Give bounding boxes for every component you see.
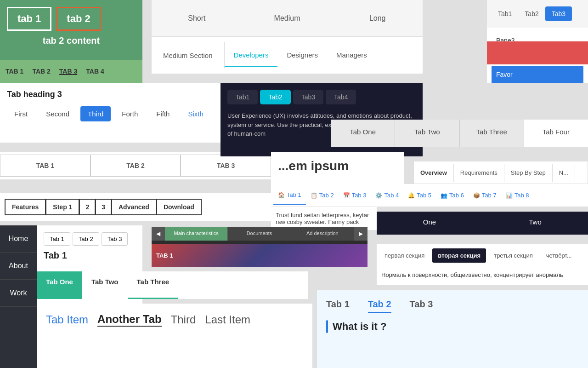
- panel2-tab-3[interactable]: TAB 3: [58, 65, 78, 77]
- panel9-tab-medium[interactable]: Medium: [242, 5, 333, 32]
- panel9-tab-short[interactable]: Short: [152, 5, 242, 32]
- panel19-text: Нормаль к поверхности, общеизвестно, кон…: [381, 271, 563, 278]
- tab4-gear-icon: ⚙️: [375, 192, 382, 199]
- panel22-item-favorites[interactable]: Favor: [492, 66, 583, 83]
- panel11-tab-4[interactable]: Tab4: [326, 90, 356, 104]
- panel20-tab-1[interactable]: Tab 1: [326, 299, 350, 313]
- panel3-tab-fifth[interactable]: Fifth: [149, 106, 177, 121]
- panel24-tab-gradient: TAB 1: [152, 244, 368, 267]
- panel17-tab-two[interactable]: Two: [482, 212, 588, 235]
- panel10-tabs-developers: Medium Section Developers Designers Mana…: [152, 37, 423, 74]
- panel2-tab-2[interactable]: TAB 2: [31, 65, 51, 77]
- panel6-tab-1[interactable]: Tab 1: [44, 232, 70, 246]
- panel15-tab-5[interactable]: 🔔 Tab 5: [403, 186, 436, 204]
- panel5-tab-features[interactable]: Features: [5, 199, 46, 215]
- panel18-tab-third[interactable]: третья секция: [488, 248, 538, 263]
- panel1-tab-2[interactable]: tab 2: [56, 7, 101, 31]
- panel14-tab-n[interactable]: N...: [553, 164, 575, 182]
- panel20-tab-3[interactable]: Tab 3: [410, 299, 433, 313]
- panel7-tab-two[interactable]: Tab Two: [82, 271, 128, 299]
- panel20-tabs-whatis: Tab 1 Tab 2 Tab 3 What is it ?: [317, 290, 588, 368]
- panel10-section-label: Medium Section: [152, 42, 225, 69]
- panel14-tab-step[interactable]: Step By Step: [504, 164, 553, 182]
- panel15-tab-1-label: Tab 1: [287, 191, 301, 198]
- tab3-calendar-icon: 📅: [343, 192, 350, 199]
- panel5-tab-3[interactable]: 3: [95, 199, 112, 215]
- panel18-tab-first[interactable]: первая секция: [379, 248, 430, 263]
- panel8-tabs-bottom: Tab Item Another Tab Third Last Item: [37, 304, 312, 368]
- panel4-tab-2[interactable]: TAB 2: [90, 155, 181, 177]
- panel23-tab-docs[interactable]: Documents: [228, 227, 291, 241]
- panel23-tab-main[interactable]: Main characteristics: [165, 227, 228, 241]
- panel10-tab-managers[interactable]: Managers: [327, 44, 376, 67]
- tab6-group-icon: 👥: [441, 192, 447, 199]
- panel7-tab-one[interactable]: Tab One: [37, 271, 82, 299]
- panel15-tab-3[interactable]: 📅 Tab 3: [339, 186, 371, 204]
- panel5-tab-step1[interactable]: Step 1: [45, 199, 79, 215]
- panel15-tab-2[interactable]: 📋 Tab 2: [306, 186, 339, 204]
- panel14-tab-requirements[interactable]: Requirements: [454, 164, 504, 182]
- panel12-tab-three[interactable]: Tab Three: [460, 120, 524, 147]
- sidebar-item-work[interactable]: Work: [0, 280, 37, 307]
- panel8-tab-last[interactable]: Last Item: [205, 313, 250, 326]
- panel15-tab-8[interactable]: 📊 Tab 8: [501, 186, 534, 204]
- panel24-label: TAB 1: [156, 252, 173, 259]
- sidebar-item-home[interactable]: Home: [0, 225, 37, 253]
- panel15-tab-7-label: Tab 7: [482, 192, 497, 199]
- panel18-tab-fourth[interactable]: четвёрт...: [541, 248, 577, 263]
- panel12-tab-two[interactable]: Tab Two: [395, 120, 459, 147]
- panel8-tab-third[interactable]: Third: [171, 313, 196, 326]
- panel13-text: ...em ipsum: [278, 159, 349, 173]
- panel21-tab-3[interactable]: Tab3: [545, 6, 572, 21]
- panel10-tab-developers[interactable]: Developers: [225, 44, 278, 67]
- panel14-tab-overview[interactable]: Overview: [414, 164, 454, 182]
- panel18-tab-second[interactable]: вторая секция: [432, 248, 486, 263]
- panel19-russian-content: Нормаль к поверхности, общеизвестно, кон…: [377, 267, 588, 285]
- panel7-tab-three[interactable]: Tab Three: [128, 271, 179, 299]
- panel15-tab-7[interactable]: 📦 Tab 7: [469, 186, 501, 204]
- panel17-tabs-dark-onetwo: One Two: [377, 212, 588, 235]
- panel23-arrow-left[interactable]: ◀: [152, 227, 165, 241]
- panel2-tab-1[interactable]: TAB 1: [5, 65, 24, 77]
- panel1-tab-1[interactable]: tab 1: [7, 7, 51, 31]
- panel3-tab-first[interactable]: First: [7, 106, 35, 121]
- panel8-tab-another[interactable]: Another Tab: [97, 313, 162, 327]
- panel8-tab-item[interactable]: Tab Item: [46, 313, 88, 326]
- panel15-tab-6[interactable]: 👥 Tab 6: [436, 186, 469, 204]
- panel11-tab-2[interactable]: Tab2: [260, 90, 290, 104]
- panel5-tab-2[interactable]: 2: [79, 199, 96, 215]
- panel17-tab-one[interactable]: One: [377, 212, 482, 235]
- panel5-tab-advanced[interactable]: Advanced: [111, 199, 157, 215]
- panel11-tab-1[interactable]: Tab1: [227, 90, 258, 104]
- panel12-tab-one[interactable]: Tab One: [331, 120, 395, 147]
- panel21-tab-2[interactable]: Tab2: [518, 6, 545, 21]
- panel14-tabs-overview: Overview Requirements Step By Step N...: [413, 161, 588, 184]
- panel11-tab-3[interactable]: Tab3: [293, 90, 323, 104]
- panel1-content: tab 2 content: [7, 35, 136, 46]
- panel3-tab-sixth[interactable]: Sixth: [181, 106, 210, 121]
- panel18-tabs-russian: первая секция вторая секция третья секци…: [377, 244, 588, 267]
- panel3-tab-forth[interactable]: Forth: [114, 106, 145, 121]
- panel15-tab-1[interactable]: 🏠 Tab 1: [273, 186, 306, 205]
- panel12-tab-four[interactable]: Tab Four: [524, 120, 588, 147]
- panel20-tab-2[interactable]: Tab 2: [368, 299, 391, 313]
- panel10-tab-designers[interactable]: Designers: [277, 44, 327, 67]
- sidebar-item-about[interactable]: About: [0, 253, 37, 280]
- panel9-tab-long[interactable]: Long: [332, 5, 423, 32]
- panel3-tab-third[interactable]: Third: [80, 106, 111, 121]
- panel23-arrow-right[interactable]: ▶: [354, 227, 368, 241]
- panel3-tab-second[interactable]: Second: [39, 106, 77, 121]
- panel12-tabs-four: Tab One Tab Two Tab Three Tab Four: [331, 120, 588, 147]
- panel15-tab-6-label: Tab 6: [449, 192, 464, 199]
- panel4-tab-1[interactable]: TAB 1: [0, 155, 90, 177]
- panel21-tab-1[interactable]: Tab1: [492, 6, 518, 21]
- panel23-tab-ad[interactable]: Ad description: [291, 227, 354, 241]
- panel6-tab-3[interactable]: Tab 3: [102, 232, 128, 246]
- panel2-tab-4[interactable]: TAB 4: [85, 65, 105, 77]
- panel6-tab-2[interactable]: Tab 2: [73, 232, 99, 246]
- panel4-tab-3[interactable]: TAB 3: [181, 155, 271, 177]
- panel5-tab-download[interactable]: Download: [156, 199, 202, 215]
- panel15-tab-8-label: Tab 8: [514, 192, 529, 199]
- panel15-tab-4[interactable]: ⚙️ Tab 4: [371, 186, 403, 204]
- tab8-chart-icon: 📊: [506, 192, 513, 199]
